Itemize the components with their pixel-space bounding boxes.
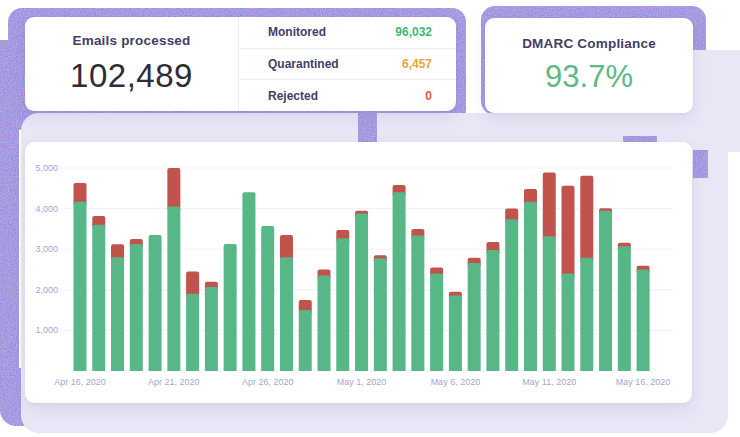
y-axis-tick-label: 1,000: [35, 325, 58, 335]
x-axis-tick-label: Apr 16, 2020: [54, 377, 106, 387]
bar-segment-monitored: [430, 274, 443, 371]
x-axis-tick-label: May 16, 2020: [616, 377, 671, 387]
rejected-label: Rejected: [268, 89, 318, 103]
stacked-bar-chart: 1,0002,0003,0004,0005,000Apr 16, 2020Apr…: [25, 142, 692, 403]
sparkle-tab-middle: [358, 110, 377, 143]
bar-segment-monitored: [336, 238, 349, 371]
bar-segment-monitored: [393, 192, 406, 371]
emails-processed-value: 102,489: [70, 57, 193, 95]
bar-segment-monitored: [374, 258, 387, 371]
bar-segment-monitored: [505, 219, 518, 371]
bar-segment-monitored: [524, 202, 537, 371]
bar-segment-quarantined: [186, 272, 199, 297]
bar-segment-quarantined: [280, 235, 293, 260]
bar-segment-monitored: [130, 244, 143, 371]
bar-segment-monitored: [355, 213, 368, 371]
bar-segment-monitored: [618, 246, 631, 371]
quarantined-label: Quarantined: [268, 57, 339, 71]
bar-segment-monitored: [224, 244, 237, 371]
email-volume-chart-card: 1,0002,0003,0004,0005,000Apr 16, 2020Apr…: [25, 142, 692, 403]
x-axis-tick-label: Apr 26, 2020: [242, 377, 294, 387]
bar-segment-monitored: [318, 276, 331, 371]
bar-segment-monitored: [637, 270, 650, 372]
x-axis-tick-label: May 11, 2020: [522, 377, 576, 387]
bar-segment-monitored: [299, 310, 312, 371]
dmarc-compliance-card: DMARC Compliance 93.7%: [485, 18, 693, 113]
bar-segment-monitored: [92, 225, 105, 371]
bar-segment-monitored: [562, 274, 575, 371]
bar-segment-monitored: [411, 235, 424, 371]
bar-segment-monitored: [74, 202, 87, 371]
y-axis-tick-label: 2,000: [35, 285, 58, 295]
dashboard: Emails processed 102,489 Monitored 96,03…: [0, 0, 740, 437]
bar-segment-monitored: [186, 294, 199, 371]
monitored-value: 96,032: [395, 25, 432, 39]
y-axis-tick-label: 3,000: [35, 244, 58, 254]
monitored-label: Monitored: [268, 25, 326, 39]
bar-segment-monitored: [111, 257, 124, 371]
stat-row-rejected: Rejected 0: [239, 79, 456, 111]
bar-segment-monitored: [580, 258, 593, 371]
y-axis-tick-label: 5,000: [35, 163, 58, 173]
dmarc-compliance-value: 93.7%: [545, 59, 633, 95]
x-axis-tick-label: May 6, 2020: [431, 377, 481, 387]
sparkle-strip-left: [0, 40, 19, 410]
emails-summary-card: Emails processed 102,489 Monitored 96,03…: [25, 17, 456, 111]
bar-segment-monitored: [280, 257, 293, 371]
x-axis-tick-label: May 1, 2020: [337, 377, 387, 387]
bar-segment-quarantined: [543, 172, 556, 239]
stat-row-quarantined: Quarantined 6,457: [239, 48, 456, 80]
bar-segment-quarantined: [167, 168, 180, 210]
bar-segment-quarantined: [74, 183, 87, 205]
bar-segment-monitored: [205, 287, 218, 371]
bar-segment-quarantined: [562, 186, 575, 277]
bar-segment-monitored: [449, 295, 462, 371]
bar-segment-monitored: [149, 235, 162, 371]
bar-segment-monitored: [242, 192, 255, 371]
email-status-list: Monitored 96,032 Quarantined 6,457 Rejec…: [239, 17, 456, 111]
bar-segment-quarantined: [580, 176, 593, 261]
bar-segment-monitored: [486, 250, 499, 371]
bar-segment-monitored: [468, 263, 481, 371]
y-axis-tick-label: 4,000: [35, 204, 58, 214]
bar-segment-monitored: [543, 236, 556, 371]
x-axis-tick-label: Apr 21, 2020: [148, 377, 200, 387]
emails-processed-title: Emails processed: [72, 33, 190, 48]
quarantined-value: 6,457: [402, 57, 432, 71]
rejected-value: 0: [425, 89, 432, 103]
bar-segment-monitored: [167, 207, 180, 371]
bar-segment-monitored: [599, 211, 612, 371]
bar-segment-monitored: [261, 226, 274, 371]
emails-processed-section: Emails processed 102,489: [25, 17, 239, 111]
stat-row-monitored: Monitored 96,032: [239, 17, 456, 48]
sparkle-tab-right-edge: [693, 150, 708, 178]
dmarc-compliance-title: DMARC Compliance: [522, 36, 656, 51]
